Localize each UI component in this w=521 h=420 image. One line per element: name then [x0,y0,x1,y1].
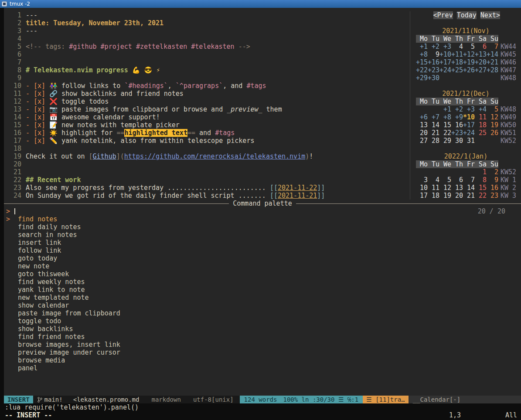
calendar-day[interactable]: +10 [439,51,451,58]
calendar-day[interactable]: 2 [487,168,498,176]
calendar-day[interactable]: 22 [475,192,487,200]
calendar-day[interactable]: 25 [475,129,487,137]
calendar-day[interactable]: +7 [428,113,439,121]
calendar-day[interactable]: +30 [428,74,439,82]
calendar-day[interactable]: +29 [416,74,428,82]
calendar-day[interactable]: +19 [463,58,475,66]
editor-line[interactable]: 2title: Tuesday, November 23th, 2021 [4,19,410,27]
palette-item[interactable]: preview image under cursor [4,349,521,356]
palette-item[interactable]: find daily notes [4,223,521,231]
palette-item[interactable]: paste image from clipboard [4,309,521,317]
calendar-day[interactable]: +17 [439,58,451,66]
calendar-day[interactable]: +8 [439,113,451,121]
palette-item[interactable]: find weekly notes [4,278,521,286]
calendar-day[interactable]: 5 [487,105,498,113]
calendar-day[interactable]: 16 [451,121,463,129]
editor-line[interactable]: 18 [4,145,410,152]
calendar-day[interactable]: 14 [463,184,475,192]
palette-item[interactable]: toggle todo [4,317,521,325]
calendar-day[interactable]: 31 [463,137,475,145]
calendar-day[interactable]: +23 [428,66,439,74]
editor-line[interactable]: 12- [x] ❌ toggle todos [4,98,410,105]
calendar-day[interactable]: 11 [428,184,439,192]
calendar-day[interactable]: 20 [451,192,463,200]
calendar-day[interactable]: 21 [463,192,475,200]
calendar-day[interactable]: 20 [416,129,428,137]
cal-next-button[interactable]: Next> [480,11,500,19]
calendar-day[interactable]: +15 [416,58,428,66]
calendar-day[interactable]: *10 [463,113,475,121]
palette-item[interactable]: new note [4,262,521,270]
calendar-day[interactable]: +2 [451,105,463,113]
calendar-day[interactable]: 12 [487,113,498,121]
editor-line[interactable]: 5<!-- tags: #github #project #zettelkast… [4,43,410,51]
palette-item[interactable]: yank link to note [4,286,521,294]
calendar-day[interactable]: 8 [475,176,487,184]
editor-line[interactable]: 6 [4,51,410,58]
editor-line[interactable]: 17- [x] ✏️ yank notelink, also from with… [4,137,410,145]
palette-item[interactable]: goto thisweek [4,270,521,278]
palette-item-selected[interactable]: >find notes [4,215,521,223]
palette-item[interactable]: find friend notes [4,333,521,341]
calendar-day[interactable]: 22 [439,129,451,137]
editor-line[interactable]: 4 [4,35,410,43]
markdown-link[interactable]: Github [93,152,116,160]
editor-line[interactable]: 13- [x] 📷 paste images from clipboard or… [4,105,410,113]
calendar-day[interactable]: +1 [416,43,428,51]
cal-prev-button[interactable]: <Prev [433,11,453,19]
calendar-day[interactable]: +1 [439,105,451,113]
editor-line[interactable]: 21 [4,168,410,176]
wiki-date-link[interactable]: 2021-11-21 [278,192,317,200]
calendar-day[interactable]: +2 [428,43,439,51]
calendar-day[interactable]: 9 [428,51,439,58]
calendar-day[interactable]: 26 [487,129,498,137]
calendar-day[interactable]: 28 [428,137,439,145]
calendar-day[interactable]: +28 [487,66,498,74]
palette-prompt-input[interactable]: > 20 / 20 [4,207,521,215]
calendar-day[interactable]: 7 [487,43,498,51]
palette-item[interactable]: show calendar [4,301,521,309]
editor-line[interactable]: 14- [x] 📅 awesome calendar support! [4,113,410,121]
calendar-day[interactable]: +23 [451,129,463,137]
calendar-day[interactable]: 29 [439,137,451,145]
calendar-day[interactable]: +6 [416,113,428,121]
palette-item[interactable]: new templated note [4,294,521,301]
calendar-day[interactable]: +14 [487,51,498,58]
calendar-day[interactable]: 12 [439,184,451,192]
palette-item[interactable]: show backlinks [4,325,521,333]
calendar-day[interactable]: 13 [416,121,428,129]
palette-item[interactable]: browse images, insert link [4,341,521,349]
editor-line[interactable]: 1--- [4,11,410,19]
calendar-day[interactable]: 23 [487,192,498,200]
calendar-day[interactable]: 21 [428,129,439,137]
calendar-day[interactable]: 5 [439,176,451,184]
calendar-day[interactable]: 18 [475,121,487,129]
calendar-day[interactable]: +24 [463,129,475,137]
command-line[interactable]: :lua require('telekasten').panel() [4,403,521,411]
editor-line[interactable]: 15- [x] 📝 new notes with template picker [4,121,410,129]
calendar-day[interactable]: +20 [475,58,487,66]
calendar-day[interactable]: 15 [439,121,451,129]
calendar-day[interactable]: 19 [487,121,498,129]
calendar-day[interactable]: 10 [416,184,428,192]
calendar-day[interactable]: +11 [451,51,463,58]
editor-line[interactable]: 16- [x] ☀️ highlight for ==highlighted t… [4,129,410,137]
calendar-day[interactable]: 6 [451,176,463,184]
palette-item[interactable]: follow link [4,247,521,254]
calendar-day[interactable]: 13 [451,184,463,192]
calendar-day[interactable]: +18 [451,58,463,66]
calendar-day[interactable]: 9 [487,176,498,184]
palette-item[interactable]: panel [4,364,521,372]
calendar-day[interactable]: +22 [416,66,428,74]
calendar-day[interactable]: +25 [451,66,463,74]
calendar-day[interactable]: 30 [451,137,463,145]
link-url[interactable]: https://github.com/renerocksai/telekaste… [124,152,305,160]
calendar-day[interactable]: 5 [463,43,475,51]
editor-line[interactable]: 23Also see my progress from yesterday ..… [4,184,410,192]
calendar-day[interactable]: 1 [475,168,487,176]
editor-line[interactable]: 20 [4,160,410,168]
calendar-day[interactable]: +8 [416,51,428,58]
calendar-day[interactable]: +9 [451,113,463,121]
calendar-day[interactable]: +26 [463,66,475,74]
calendar-day[interactable]: +16 [428,58,439,66]
